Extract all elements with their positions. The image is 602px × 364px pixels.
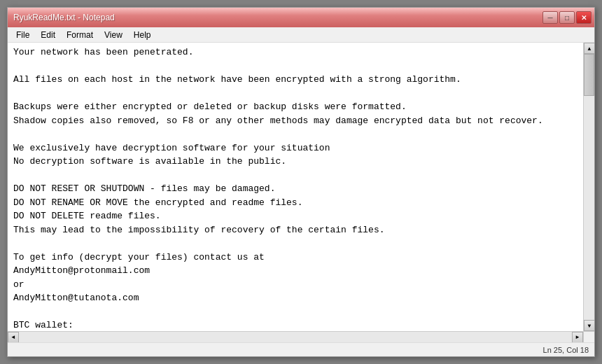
notepad-window: RyukReadMe.txt - Notepad ─ □ ✕ File Edit… bbox=[7, 7, 595, 357]
menu-view[interactable]: View bbox=[99, 29, 128, 41]
menu-file[interactable]: File bbox=[10, 29, 35, 41]
close-button[interactable]: ✕ bbox=[576, 11, 592, 24]
menu-edit[interactable]: Edit bbox=[35, 29, 61, 41]
scroll-right-button[interactable]: ► bbox=[572, 332, 583, 343]
scroll-track-horizontal[interactable] bbox=[19, 332, 572, 343]
minimize-button[interactable]: ─ bbox=[542, 11, 558, 24]
content-area: ▲ ▼ bbox=[8, 43, 594, 331]
cursor-position: Ln 25, Col 18 bbox=[543, 346, 589, 354]
scroll-down-button[interactable]: ▼ bbox=[584, 320, 594, 331]
window-controls: ─ □ ✕ bbox=[542, 11, 592, 24]
scroll-up-button[interactable]: ▲ bbox=[584, 43, 594, 54]
scroll-corner bbox=[583, 332, 594, 343]
menu-format[interactable]: Format bbox=[61, 29, 99, 41]
statusbar: Ln 25, Col 18 bbox=[8, 342, 594, 356]
titlebar: RyukReadMe.txt - Notepad ─ □ ✕ bbox=[8, 8, 594, 27]
horizontal-scrollbar: ◄ ► bbox=[8, 332, 583, 342]
window-title: RyukReadMe.txt - Notepad bbox=[13, 13, 115, 22]
horizontal-scrollbar-wrapper: ◄ ► bbox=[8, 331, 594, 342]
text-editor[interactable] bbox=[8, 43, 583, 331]
menu-help[interactable]: Help bbox=[128, 29, 157, 41]
vertical-scrollbar: ▲ ▼ bbox=[583, 43, 594, 331]
scroll-left-button[interactable]: ◄ bbox=[8, 332, 19, 343]
menubar: File Edit Format View Help bbox=[8, 27, 594, 43]
scroll-thumb-vertical[interactable] bbox=[584, 54, 594, 96]
scroll-track-vertical[interactable] bbox=[584, 54, 594, 320]
maximize-button[interactable]: □ bbox=[559, 11, 575, 24]
